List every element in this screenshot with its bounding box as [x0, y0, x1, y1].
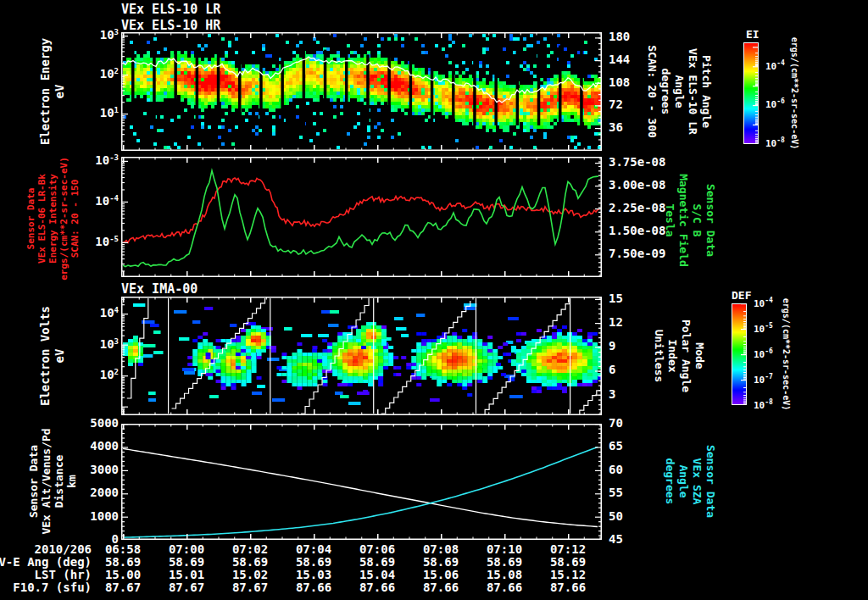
- plot-stack-root: VEx ELS-10 LR VEx ELS-10 HR VEx IMA-00 E…: [0, 0, 868, 600]
- axis-tick-label: 1000: [90, 509, 119, 523]
- axis-label-line: Angle: [676, 445, 690, 518]
- axis-tick-label: 144: [609, 53, 630, 66]
- axis-tick-label: 70: [609, 416, 623, 430]
- axis-tick-label: 12: [609, 315, 623, 329]
- axis-label-line: VEx ELS-06 LR-Bk: [36, 157, 47, 281]
- axis-label-line: VEx ELS-10 LR: [686, 45, 699, 138]
- axis-tick-label: 65: [609, 440, 623, 453]
- axis-label-line: Unitless: [652, 319, 665, 392]
- ephemeris-value: 15.02: [232, 568, 268, 581]
- axis-label-line: VEx SZA: [690, 445, 704, 518]
- date-label: 2010/206: [35, 542, 92, 556]
- axis-tick-label: 60: [609, 463, 623, 476]
- ephemeris-value: 58.69: [359, 555, 395, 569]
- ephemeris-value: 87.67: [169, 581, 204, 594]
- ephemeris-value: 87.66: [423, 581, 459, 594]
- ima-y-axis-label: Electron VoltseV: [38, 306, 67, 406]
- axis-label-line: Electron Energy: [38, 38, 53, 145]
- ei-colorbar: [743, 42, 759, 144]
- axis-label-line: Magnetic Field: [676, 174, 690, 267]
- axis-tick-label: 108: [609, 75, 630, 89]
- axis-tick-label: 2.25e-08: [609, 201, 665, 214]
- time-tick-label: 06:58: [105, 542, 141, 556]
- ephemeris-value: 58.69: [105, 555, 141, 569]
- def-colorbar-unit-label: ergs/(cm**2-sr-sec-eV): [782, 298, 790, 410]
- axis-label-line: ergs/(cm**2-sr-sec-eV): [58, 157, 70, 281]
- ephemeris-value: 58.69: [169, 555, 204, 569]
- ephemeris-value: 58.69: [232, 555, 268, 569]
- time-tick-label: 07:00: [169, 542, 204, 556]
- altitude-y-axis-label: Sensor DataVEx Alt/Venus/PdDistancekm: [27, 428, 78, 534]
- time-tick-label: 07:08: [423, 542, 459, 556]
- time-tick-label: 07:12: [550, 542, 586, 556]
- axis-label-line: eV: [53, 306, 67, 406]
- axis-tick-label: 10-5: [95, 235, 119, 249]
- axis-tick-label: 3.75e-08: [609, 155, 665, 169]
- axis-tick-label: 3: [609, 387, 615, 401]
- axis-tick-label: 10-4: [765, 59, 785, 72]
- axis-tick-label: 1.50e-08: [609, 224, 665, 237]
- intensity-bfield-canvas: [121, 157, 602, 277]
- axis-tick-label: 10-7: [754, 373, 773, 386]
- ephemeris-row-label: F10.7 (sfu): [13, 581, 92, 594]
- intensity-y-axis-label: Sensor DataVEx ELS-06 LR-BkEnergy Intens…: [25, 157, 81, 281]
- ima-title: VEx IMA-00: [121, 281, 198, 297]
- ephemeris-value: 15.06: [423, 568, 459, 581]
- sza-axis-label: Sensor DataVEx SZAAngledegrees: [663, 445, 717, 518]
- ephemeris-value: 58.69: [487, 555, 522, 569]
- axis-label-line: Polar Angle: [679, 319, 693, 392]
- els-y-axis-label: Electron EnergyeV: [38, 38, 67, 145]
- ephemeris-value: 87.66: [296, 581, 331, 594]
- axis-tick-label: 36: [609, 120, 623, 134]
- ephemeris-value: 87.66: [359, 581, 395, 594]
- axis-tick-label: 55: [609, 486, 623, 499]
- axis-tick-label: 45: [609, 532, 623, 546]
- ephemeris-value: 15.04: [359, 568, 395, 581]
- axis-tick-label: 10-5: [754, 322, 773, 335]
- axis-label-line: degrees: [659, 45, 672, 138]
- axis-label-line: Angle: [672, 45, 686, 138]
- bfield-axis-label: Sensor DataS/C BMagnetic FieldTesla: [663, 174, 717, 267]
- ephemeris-value: 87.66: [550, 581, 586, 594]
- axis-label-line: SCAN: 20 - 300: [645, 45, 659, 138]
- axis-tick-label: 10-6: [754, 347, 773, 360]
- ephemeris-value: 87.67: [105, 581, 141, 594]
- axis-tick-label: 10-6: [765, 97, 785, 110]
- els-title-hr: VEx ELS-10 HR: [121, 18, 220, 33]
- axis-tick-label: 72: [609, 97, 623, 111]
- time-tick-label: 07:02: [232, 542, 268, 556]
- els-spectrogram-canvas: [121, 32, 602, 151]
- axis-tick-label: 2000: [90, 486, 119, 499]
- axis-tick-label: 9: [609, 339, 615, 353]
- ephemeris-value: 58.69: [296, 555, 331, 569]
- axis-tick-label: 102: [100, 368, 119, 382]
- axis-tick-label: 180: [609, 30, 630, 43]
- axis-tick-label: 10-4: [95, 194, 119, 208]
- ephemeris-value: 58.69: [423, 555, 459, 569]
- axis-label-line: S/C B: [690, 174, 704, 267]
- axis-tick-label: 102: [100, 67, 119, 81]
- axis-tick-label: 10-3: [95, 153, 119, 168]
- ephemeris-value: 15.12: [550, 568, 586, 581]
- ima-spectrogram-canvas: [121, 297, 602, 415]
- time-tick-label: 07:06: [359, 542, 395, 556]
- axis-label-line: Energy Intensity: [47, 157, 58, 281]
- axis-tick-label: 103: [100, 336, 119, 351]
- altitude-sza-canvas: [121, 424, 602, 540]
- axis-label-line: degrees: [663, 445, 676, 518]
- ephemeris-value: 87.66: [487, 581, 522, 594]
- axis-label-line: Sensor Data: [27, 428, 40, 534]
- axis-tick-label: 3000: [90, 463, 119, 476]
- ei-colorbar-title: EI: [746, 28, 760, 41]
- ephemeris-row-label: V-E Ang (deg): [0, 555, 92, 569]
- polar-angle-axis-label: ModePolar AngleIndexUnitless: [652, 319, 706, 392]
- els-title-lr: VEx ELS-10 LR: [121, 2, 220, 17]
- axis-label-line: Electron Volts: [38, 306, 53, 406]
- axis-label-line: Distance: [53, 428, 65, 534]
- axis-tick-label: 10-8: [754, 398, 773, 411]
- time-tick-label: 07:10: [487, 542, 522, 556]
- ephemeris-row-label: LST (hr): [35, 568, 92, 581]
- axis-label-line: Pitch Angle: [699, 45, 713, 138]
- ephemeris-value: 58.69: [550, 555, 586, 569]
- axis-label-line: Sensor Data: [25, 157, 36, 281]
